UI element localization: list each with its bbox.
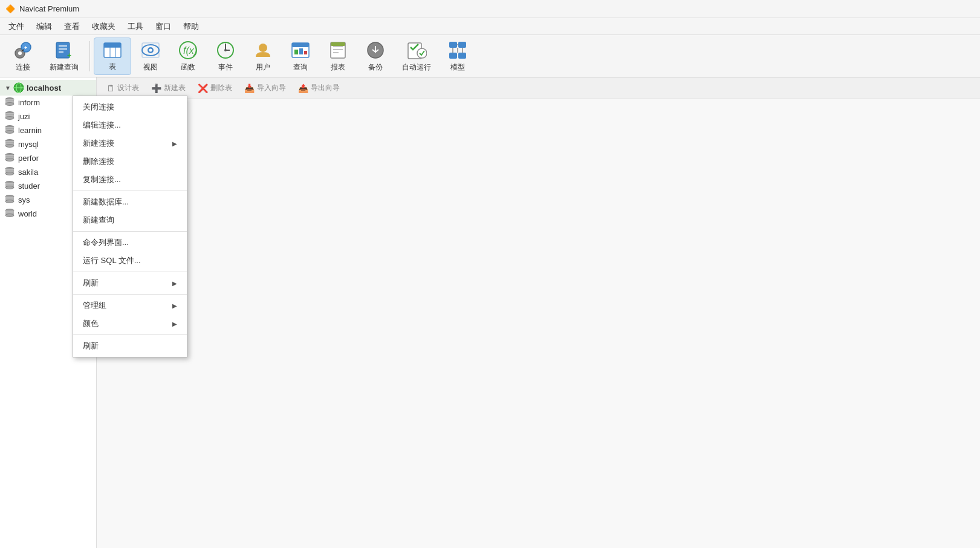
toolbar-btn-label-event: 事件 <box>218 62 233 73</box>
svg-rect-27 <box>292 43 309 47</box>
toolbar: +连接+新建查询表视图f(x)函数事件用户查询报表备份自动运行模型 <box>0 35 980 77</box>
ctx-item-new-query2[interactable]: 新建查询 <box>73 211 187 229</box>
svg-point-67 <box>5 145 14 148</box>
db-name: sys <box>18 195 30 204</box>
import-wizard-icon: 📥 <box>244 83 255 93</box>
db-icon <box>5 97 15 108</box>
db-icon <box>5 167 15 177</box>
db-name: mysql <box>18 140 39 149</box>
title-bar: 🔶 Navicat Premium <box>0 0 980 18</box>
toolbar-btn-function[interactable]: f(x)函数 <box>170 38 206 75</box>
toolbar-btn-event[interactable]: 事件 <box>207 38 244 75</box>
report-icon <box>327 40 349 61</box>
toolbar-divider <box>89 41 90 71</box>
ctx-item-command-line[interactable]: 命令列界面... <box>73 233 187 252</box>
toolbar-btn-query[interactable]: 查询 <box>282 38 319 75</box>
toolbar-btn-connect[interactable]: +连接 <box>5 38 41 75</box>
db-name: world <box>18 209 37 218</box>
connection-item[interactable]: ▼ localhost <box>0 80 96 96</box>
toolbar-btn-label-function: 函数 <box>181 62 195 73</box>
toolbar-btn-label-view: 视图 <box>143 62 158 73</box>
ctx-label-new-database: 新建数据库... <box>83 197 129 207</box>
ctx-item-refresh[interactable]: 刷新▶ <box>73 274 187 292</box>
svg-rect-28 <box>294 50 298 54</box>
app-icon: 🔶 <box>5 4 16 15</box>
ctx-arrow-icon: ▶ <box>172 140 177 147</box>
svg-rect-29 <box>299 48 303 54</box>
connect-icon: + <box>12 40 34 61</box>
db-icon <box>5 153 15 163</box>
table-icon <box>102 40 123 60</box>
ctx-label-refresh: 刷新 <box>83 278 99 289</box>
toolbar-btn-label-autorun: 自动运行 <box>402 62 431 73</box>
ctx-item-copy-connection[interactable]: 复制连接... <box>73 171 187 189</box>
content-btn-delete-table[interactable]: ❌删除表 <box>193 81 237 95</box>
ctx-separator <box>73 294 187 295</box>
content-btn-export-wizard[interactable]: 📤导出向导 <box>293 81 345 95</box>
app-title: Navicat Premium <box>19 4 79 13</box>
new-table-icon: ➕ <box>151 83 161 93</box>
ctx-label-run-sql: 运行 SQL 文件... <box>83 255 141 266</box>
ctx-label-manage-group: 管理组 <box>83 300 106 311</box>
db-icon <box>5 181 15 191</box>
ctx-item-new-database[interactable]: 新建数据库... <box>73 193 187 211</box>
db-name: inform <box>18 98 40 107</box>
toolbar-btn-user[interactable]: 用户 <box>245 38 281 75</box>
toolbar-btn-backup[interactable]: 备份 <box>357 38 394 75</box>
db-name: learnin <box>18 126 42 135</box>
menu-item-帮助[interactable]: 帮助 <box>177 19 205 34</box>
content-btn-design-table[interactable]: 🗒设计表 <box>102 81 144 95</box>
svg-rect-41 <box>449 53 457 59</box>
ctx-item-edit-connection[interactable]: 编辑连接... <box>73 116 187 134</box>
event-icon <box>215 40 236 61</box>
ctx-item-new-connection[interactable]: 新建连接▶ <box>73 134 187 152</box>
content-area: 🗒设计表➕新建表❌删除表📥导入向导📤导出向导 <box>97 77 980 548</box>
toolbar-btn-label-report: 报表 <box>331 62 345 73</box>
ctx-label-color: 颜色 <box>83 318 99 329</box>
svg-point-92 <box>5 214 14 217</box>
content-btn-label-import-wizard: 导入向导 <box>257 83 286 93</box>
ctx-item-delete-connection[interactable]: 删除连接 <box>73 152 187 171</box>
content-btn-label-new-table: 新建表 <box>164 83 186 93</box>
ctx-label-edit-connection: 编辑连接... <box>83 120 121 131</box>
ctx-item-close-connection[interactable]: 关闭连接 <box>73 98 187 116</box>
ctx-label-new-connection: 新建连接 <box>83 138 114 149</box>
menu-item-文件[interactable]: 文件 <box>2 19 30 34</box>
db-name: studer <box>18 181 40 191</box>
content-btn-label-export-wizard: 导出向导 <box>311 83 340 93</box>
ctx-item-run-sql[interactable]: 运行 SQL 文件... <box>73 252 187 270</box>
delete-table-icon: ❌ <box>198 83 208 93</box>
ctx-item-manage-group[interactable]: 管理组▶ <box>73 296 187 315</box>
toolbar-btn-label-table: 表 <box>109 62 116 72</box>
svg-point-82 <box>5 186 14 189</box>
ctx-item-color[interactable]: 颜色▶ <box>73 315 187 333</box>
db-name: juzi <box>18 112 30 121</box>
svg-point-62 <box>5 131 14 134</box>
menu-item-收藏夹[interactable]: 收藏夹 <box>86 19 122 34</box>
svg-point-3 <box>18 51 22 55</box>
toolbar-btn-autorun[interactable]: 自动运行 <box>395 38 438 75</box>
ctx-separator <box>73 191 187 191</box>
menu-bar: 文件编辑查看收藏夹工具窗口帮助 <box>0 18 980 35</box>
menu-item-查看[interactable]: 查看 <box>58 19 86 34</box>
toolbar-btn-table[interactable]: 表 <box>94 38 131 75</box>
toolbar-btn-model[interactable]: 模型 <box>440 38 476 75</box>
menu-item-工具[interactable]: 工具 <box>122 19 149 34</box>
toolbar-btn-new-query[interactable]: +新建查询 <box>42 38 86 75</box>
ctx-item-refresh2[interactable]: 刷新 <box>73 337 187 355</box>
ctx-arrow-icon: ▶ <box>172 302 177 309</box>
ctx-separator <box>73 334 187 335</box>
content-btn-import-wizard[interactable]: 📥导入向导 <box>239 81 291 95</box>
toolbar-btn-view[interactable]: 视图 <box>132 38 169 75</box>
db-icon <box>5 125 15 135</box>
content-body <box>97 99 980 548</box>
svg-text:+: + <box>24 45 27 51</box>
toolbar-btn-report[interactable]: 报表 <box>320 38 356 75</box>
menu-item-窗口[interactable]: 窗口 <box>149 19 177 34</box>
content-btn-new-table[interactable]: ➕新建表 <box>146 81 190 95</box>
menu-item-编辑[interactable]: 编辑 <box>30 19 58 34</box>
db-name: perfor <box>18 154 39 163</box>
svg-point-57 <box>5 117 14 120</box>
svg-point-77 <box>5 172 14 175</box>
toolbar-btn-label-user: 用户 <box>256 62 270 73</box>
